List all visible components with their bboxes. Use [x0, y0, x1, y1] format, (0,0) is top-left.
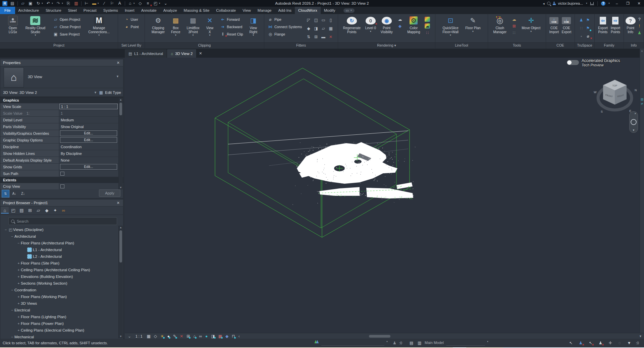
- families-icon[interactable]: ◆: [43, 207, 51, 214]
- info-aux-icons-1[interactable]: ?: [637, 17, 642, 22]
- fitting-type-icons-8[interactable]: ▦: [328, 26, 333, 31]
- fitting-type-icons-12[interactable]: ✕: [328, 34, 333, 39]
- editable-worksets[interactable]: ♟:0: [391, 341, 402, 345]
- tree-item-mechanical[interactable]: −Mechanical: [1, 334, 118, 338]
- switch-windows-icon[interactable]: ◰▼: [152, 0, 162, 6]
- ribbon-tab-collaborate[interactable]: Collaborate: [213, 7, 239, 14]
- properties-close-icon[interactable]: ✕: [116, 61, 120, 65]
- sort-descending-button[interactable]: Z↓: [19, 190, 27, 197]
- print-preview-icon[interactable]: ▥: [72, 0, 80, 6]
- sun-path-icon[interactable]: ☀: [160, 334, 164, 338]
- open-icon[interactable]: ▱: [19, 0, 26, 6]
- edit-type-button[interactable]: ▦ Edit Type: [98, 90, 121, 95]
- help-menu-chevron-icon[interactable]: ▼: [608, 2, 610, 4]
- button-user[interactable]: ◔User: [124, 17, 139, 22]
- ribbon-tab-structure[interactable]: Structure: [42, 7, 65, 14]
- button-view-right[interactable]: ◨ViewRight▼: [249, 14, 257, 42]
- clash-aux-icons-3[interactable]: ∷: [512, 30, 517, 35]
- button-point[interactable]: ◕Point: [124, 24, 139, 29]
- button-view-x[interactable]: ✕ViewX▼: [206, 14, 214, 42]
- fitting-type-icons-9[interactable]: ⇅: [306, 34, 311, 39]
- customize-qat-icon[interactable]: ⌄: [162, 0, 169, 6]
- tree-item-ceiling-plans-electrical-ceiling-plan[interactable]: +Ceiling Plans (Electrical Ceiling Plan): [1, 327, 118, 334]
- recent-files-icon[interactable]: ▤: [9, 0, 16, 6]
- fitting-type-icons-10[interactable]: ⊞: [313, 34, 319, 39]
- temporary-hide-isolate-icon[interactable]: ∞: [199, 334, 202, 338]
- navbar-close-icon[interactable]: ✕: [634, 112, 636, 115]
- undo-icon[interactable]: ↶▼: [45, 0, 54, 6]
- viewcube[interactable]: TOP FRONT RIGHT W N S E: [594, 80, 637, 113]
- active-workset-select[interactable]: [321, 345, 384, 346]
- locked-3d-icon[interactable]: ⌂: [193, 334, 196, 338]
- button-box-fence[interactable]: ▩BoxFence▼: [171, 14, 180, 42]
- crop-region-icon[interactable]: ⊞: [186, 334, 190, 338]
- worksharing-users-icon[interactable]: [314, 341, 319, 345]
- detail-level-icon[interactable]: ▦: [147, 334, 151, 338]
- help-icon[interactable]: ?: [601, 1, 605, 6]
- save-icon[interactable]: ▣: [27, 0, 34, 6]
- ribbon-tab-manage[interactable]: Manage: [254, 7, 275, 14]
- button-import-points[interactable]: ⇨ImportPoints: [611, 14, 620, 42]
- temporary-view-properties-icon[interactable]: ◨: [211, 334, 215, 338]
- ribbon-tab-modify[interactable]: Modify: [321, 7, 339, 14]
- color-map-icons-2[interactable]: ☁: [425, 23, 430, 28]
- tree-item-3d-views[interactable]: +3D Views: [1, 300, 118, 307]
- schedules-icon[interactable]: ▤: [18, 207, 25, 214]
- navigation-bar[interactable]: ✕ ▼: [629, 111, 638, 133]
- groups-icon[interactable]: ✦: [51, 207, 59, 214]
- button-level-0[interactable]: 0Level 0▼: [365, 14, 376, 42]
- edit-button[interactable]: Edit...: [60, 137, 117, 143]
- project-browser-scrollbar[interactable]: ▲ ▼: [118, 226, 123, 338]
- tree-item-architectural[interactable]: −Architectural: [1, 233, 118, 240]
- truspace-icons-1[interactable]: ♟: [579, 18, 584, 23]
- project-browser-close-icon[interactable]: ✕: [116, 201, 120, 205]
- minimize-button[interactable]: –: [612, 0, 621, 7]
- fitting-type-icons-6[interactable]: ◨: [313, 26, 319, 31]
- accelerated-graphics-toggle[interactable]: [567, 60, 579, 65]
- main-model-chevron-icon[interactable]: ▼: [486, 341, 489, 343]
- truspace-icons-3[interactable]: ∷: [579, 26, 584, 31]
- tree-item-floor-plans-working-plan[interactable]: +Floor Plans (Working Plan): [1, 293, 118, 300]
- snaps-icon[interactable]: ◌: [619, 341, 621, 345]
- fitting-type-icons-5[interactable]: ◆: [306, 26, 311, 31]
- fitting-type-icons-4[interactable]: ▯: [328, 17, 333, 22]
- truspace-icons-6[interactable]: ⌀: [585, 34, 591, 39]
- section-graphics[interactable]: Graphics∧: [0, 97, 123, 103]
- tree-item-electrical[interactable]: −Electrical: [1, 307, 118, 313]
- edge-sync-icon[interactable]: ⇄: [641, 102, 643, 105]
- tree-item-l2-architectural[interactable]: L2 - Architectural: [1, 253, 118, 260]
- clash-aux-icons-1[interactable]: ☁: [512, 17, 517, 22]
- fitting-type-icons-1[interactable]: ◸: [306, 17, 311, 22]
- ribbon-tab-analyze[interactable]: Analyze: [160, 7, 180, 14]
- instance-chevron-icon[interactable]: ▼: [94, 91, 97, 94]
- button-open-lgsx[interactable]: ❖LGSxOpenLGSx: [8, 14, 18, 42]
- edit-button[interactable]: Edit...: [60, 164, 117, 170]
- shadows-icon[interactable]: ●: [167, 334, 170, 338]
- fitting-type-icons-11[interactable]: ▬: [321, 34, 326, 39]
- button-clash-manager[interactable]: ◎ClashManager: [493, 14, 506, 42]
- view-tab-3d-view-2[interactable]: ⌂3D View 2: [167, 49, 197, 58]
- redo-icon[interactable]: ↷▼: [55, 0, 64, 6]
- button-flange[interactable]: ◎Flange: [268, 32, 302, 37]
- search-input[interactable]: Search: [8, 217, 117, 225]
- ribbon-tab-annotate[interactable]: Annotate: [138, 7, 160, 14]
- user-menu-chevron-icon[interactable]: ▼: [586, 2, 588, 4]
- ribbon-tab-systems[interactable]: Systems: [100, 7, 121, 14]
- button-pipe[interactable]: ⌀Pipe: [268, 17, 302, 22]
- worksharing-display-icon[interactable]: ⊓: [232, 334, 235, 338]
- ribbon-tab-massing-site[interactable]: Massing & Site: [180, 7, 213, 14]
- button-point-visibility[interactable]: ◉PointVisibility: [381, 14, 393, 42]
- worksharing-icon[interactable]: ≡: [144, 0, 152, 6]
- sync-icon[interactable]: ↻▼: [35, 0, 44, 6]
- checkbox-crop-view[interactable]: [60, 184, 64, 188]
- scale-label[interactable]: 1 : 1: [136, 334, 142, 338]
- tree-item-floor-plans-lighting-plan[interactable]: +Floor Plans (Lighting Plan): [1, 313, 118, 320]
- tree-item-coordination[interactable]: −Coordination: [1, 287, 118, 293]
- tree-item-l1-architectural[interactable]: L1 - Architectural: [1, 246, 118, 253]
- links-icon[interactable]: ∞: [60, 207, 67, 214]
- crop-view-icon[interactable]: ✕: [180, 334, 183, 338]
- button-limitbox-3point[interactable]: ▩LimitBox3Point▼: [186, 14, 199, 42]
- button-save-project[interactable]: ▣Save Project: [53, 32, 80, 37]
- tree-item-floor-plans-site-plan[interactable]: +Floor Plans (Site Plan): [1, 260, 118, 267]
- expand-icon[interactable]: ‹: [238, 334, 240, 338]
